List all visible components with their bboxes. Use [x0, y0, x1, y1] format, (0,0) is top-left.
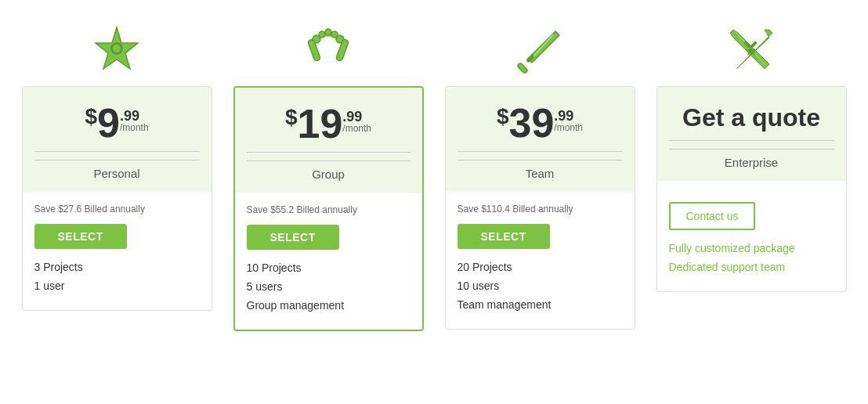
plan-group: Most Popular $ 19 .99 /month Group Save … [222, 16, 434, 331]
team-amount: 39 [509, 103, 555, 143]
personal-price-section: $ 9 .99 /month Personal [23, 87, 212, 192]
enterprise-card: Get a quote Enterprise Contact us Fully … [656, 86, 847, 292]
nunchaku-icon [301, 23, 356, 78]
enterprise-price-display: Get a quote [669, 103, 834, 132]
personal-plan-body: Save $27.6 Billed annually SELECT 3 Proj… [23, 192, 212, 310]
team-features: 20 Projects 10 users Team management [458, 261, 623, 311]
list-item: 10 Projects [247, 262, 410, 274]
enterprise-price-section: Get a quote Enterprise [657, 87, 846, 181]
enterprise-features: Fully customized package Dedicated suppo… [669, 242, 834, 273]
group-cents: .99 [342, 110, 362, 124]
sword-icon [512, 23, 567, 78]
group-icon-area [222, 16, 434, 86]
group-price-display: $ 19 .99 /month [247, 103, 410, 144]
list-item: Team management [458, 298, 623, 311]
personal-select-button[interactable]: SELECT [34, 224, 127, 249]
svg-rect-12 [517, 63, 528, 74]
team-dollar: $ [497, 106, 509, 128]
team-price-display: $ 39 .99 /month [458, 103, 623, 143]
team-icon-area [434, 16, 646, 86]
group-dollar: $ [285, 106, 298, 128]
enterprise-contact-button[interactable]: Contact us [669, 202, 756, 230]
group-price-section: $ 19 .99 /month Group [235, 88, 422, 193]
personal-month: /month [120, 123, 149, 132]
group-cents-month: .99 /month [342, 110, 371, 133]
personal-icon-area [11, 16, 222, 86]
group-plan-body: Save $55.2 Billed annually SELECT 10 Pro… [235, 193, 422, 330]
team-card: $ 39 .99 /month Team Save $110.4 Billed … [445, 86, 635, 330]
personal-cents-month: .99 /month [120, 109, 149, 132]
svg-point-4 [319, 31, 325, 38]
plan-enterprise: Get a quote Enterprise Contact us Fully … [646, 16, 857, 292]
crossed-swords-icon [724, 23, 779, 78]
svg-point-5 [325, 29, 331, 35]
enterprise-icon-area [646, 16, 857, 86]
group-save-text: Save $55.2 Billed annually [247, 204, 410, 215]
team-price-section: $ 39 .99 /month Team [446, 87, 635, 192]
group-card: Most Popular $ 19 .99 /month Group Save … [233, 86, 424, 331]
team-save-text: Save $110.4 Billed annually [458, 204, 623, 215]
personal-card: $ 9 .99 /month Personal Save $27.6 Bille… [22, 86, 212, 311]
list-item: 5 users [247, 280, 410, 293]
pricing-container: $ 9 .99 /month Personal Save $27.6 Bille… [11, 16, 857, 331]
plan-personal: $ 9 .99 /month Personal Save $27.6 Bille… [11, 16, 222, 311]
enterprise-quote: Get a quote [682, 103, 820, 132]
personal-amount: 9 [97, 103, 120, 143]
team-cents: .99 [554, 109, 573, 123]
personal-cents: .99 [120, 109, 139, 123]
team-cents-month: .99 /month [554, 109, 583, 132]
list-item: Group management [247, 299, 410, 312]
enterprise-plan-body: Contact us Fully customized package Dedi… [657, 181, 846, 291]
group-plan-name: Group [247, 161, 410, 181]
list-item: Dedicated support team [669, 261, 834, 273]
star-icon [89, 23, 144, 78]
team-select-button[interactable]: SELECT [458, 224, 550, 249]
plan-team: $ 39 .99 /month Team Save $110.4 Billed … [434, 16, 646, 330]
team-plan-name: Team [458, 160, 623, 180]
list-item: Fully customized package [669, 242, 834, 254]
team-plan-body: Save $110.4 Billed annually SELECT 20 Pr… [446, 192, 635, 329]
group-select-button[interactable]: SELECT [247, 225, 339, 250]
svg-line-13 [533, 34, 553, 56]
personal-dollar: $ [85, 106, 97, 128]
personal-plan-name: Personal [34, 160, 200, 180]
list-item: 1 user [34, 280, 200, 292]
enterprise-plan-name: Enterprise [669, 149, 834, 169]
list-item: 3 Projects [34, 261, 200, 273]
personal-save-text: Save $27.6 Billed annually [34, 204, 200, 215]
list-item: 20 Projects [458, 261, 623, 273]
group-amount: 19 [298, 103, 343, 144]
personal-features: 3 Projects 1 user [34, 261, 200, 292]
group-features: 10 Projects 5 users Group management [247, 262, 410, 312]
svg-point-2 [113, 45, 121, 52]
group-month: /month [342, 124, 371, 133]
personal-price-display: $ 9 .99 /month [34, 103, 200, 143]
team-month: /month [554, 123, 583, 132]
list-item: 10 users [458, 280, 623, 292]
